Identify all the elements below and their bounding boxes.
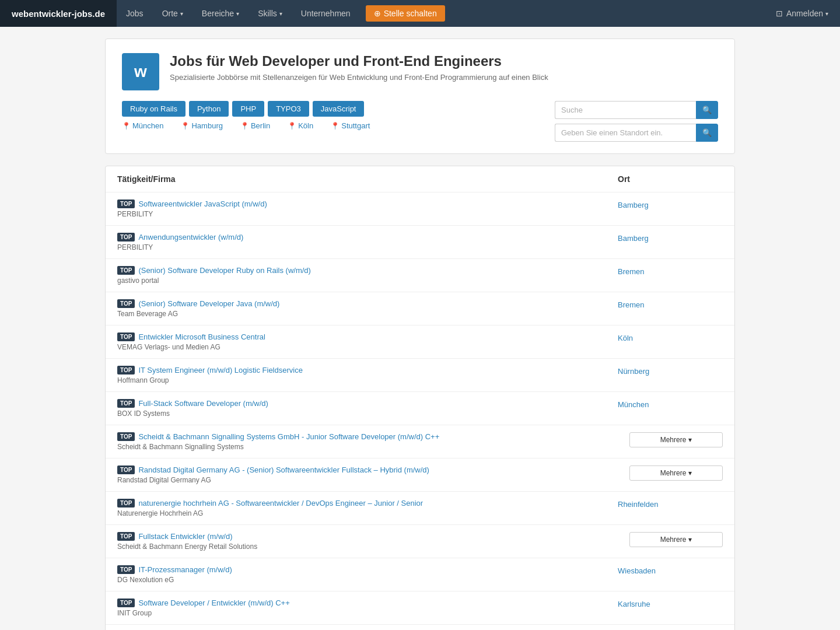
tech-filter-buttons: Ruby on RailsPythonPHPTYPO3JavaScript [122,101,543,117]
job-title-line-11: TOPIT-Prozessmanager (m/w/d) [117,565,618,574]
pin-icon-0: 📍 [122,122,131,130]
job-title-line-4: TOPEntwickler Microsoft Business Central [117,332,618,341]
mehrere-dropdown-icon: ▾ [688,536,692,544]
table-row: TOPScheidt & Bachmann Signalling Systems… [106,425,734,459]
navbar-item-jobs[interactable]: Jobs [117,0,153,27]
top-badge: TOP [117,432,135,441]
orte-dropdown-icon: ▾ [180,10,183,17]
filter-search-col: 🔍 🔍 [555,101,718,142]
col-header-location: Ort [618,174,723,184]
job-location-6: München [618,399,723,409]
navbar-item-unternehmen[interactable]: Unternehmen [292,0,360,27]
table-row: TOPnaturenergie hochrhein AG - Softwaree… [106,492,734,525]
city-label-2: Berlin [251,121,270,130]
job-location-5: Nürnberg [618,366,723,376]
job-title-link-4[interactable]: Entwickler Microsoft Business Central [138,332,265,341]
login-button[interactable]: ⊡ Anmelden ▾ [764,9,840,18]
job-title-line-7: TOPScheidt & Bachmann Signalling Systems… [117,432,629,441]
job-title-line-1: TOPAnwendungsentwickler (w/m/d) [117,233,618,242]
tech-filter-btn-3[interactable]: TYPO3 [268,101,309,117]
navbar-link-unternehmen[interactable]: Unternehmen [292,0,360,27]
job-title-link-0[interactable]: Softwareentwickler JavaScript (m/w/d) [138,200,267,208]
top-badge: TOP [117,598,135,607]
job-title-link-2[interactable]: (Senior) Software Developer Ruby on Rail… [138,266,311,275]
job-company-3: Team Beverage AG [117,310,618,318]
job-title-line-10: TOPFullstack Entwickler (m/w/d) [117,532,629,541]
job-content-8: TOPRandstad Digital Germany AG - (Senior… [117,466,629,484]
location-search-button[interactable]: 🔍 [696,124,718,142]
job-title-link-8[interactable]: Randstad Digital Germany AG - (Senior) S… [138,466,429,474]
mehrere-button-10[interactable]: Mehrere▾ [629,532,723,547]
job-location-2: Bremen [618,266,723,276]
city-link-3[interactable]: 📍Köln [288,121,313,130]
job-company-10: Scheidt & Bachmann Energy Retail Solutio… [117,542,629,551]
pin-icon-2: 📍 [240,122,249,130]
table-row: TOPKoordinator (m/w/d) IT-System- und An… [106,625,734,630]
tech-filter-btn-2[interactable]: PHP [232,101,264,117]
city-link-0[interactable]: 📍München [122,121,163,130]
navbar-link-orte[interactable]: Orte ▾ [153,0,192,27]
navbar-item-skills[interactable]: Skills ▾ [249,0,292,27]
col-header-title: Tätigkeit/Firma [117,174,618,184]
tech-filter-btn-4[interactable]: JavaScript [313,101,365,117]
location-search-input[interactable] [555,124,696,142]
jobs-header: Tätigkeit/Firma Ort [106,166,734,192]
hero-top: w Jobs für Web Developer und Front-End E… [122,53,718,90]
job-location-12: Karlsruhe [618,598,723,608]
job-title-link-12[interactable]: Software Developer / Entwickler (m/w/d) … [138,598,289,607]
top-badge: TOP [117,266,135,275]
job-company-8: Randstad Digital Germany AG [117,476,629,484]
navbar-link-jobs[interactable]: Jobs [117,0,153,27]
job-location-4: Köln [618,332,723,342]
table-row: TOPEntwickler Microsoft Business Central… [106,326,734,359]
job-location-0: Bamberg [618,200,723,209]
job-title-link-6[interactable]: Full-Stack Software Developer (m/w/d) [138,399,268,408]
navbar-item-bereiche[interactable]: Bereiche ▾ [192,0,249,27]
job-company-5: Hoffmann Group [117,376,618,384]
navbar-item-orte[interactable]: Orte ▾ [153,0,192,27]
mehrere-button-7[interactable]: Mehrere▾ [629,432,723,447]
job-content-6: TOPFull-Stack Software Developer (m/w/d)… [117,399,618,418]
city-label-4: Stuttgart [341,121,370,130]
pin-icon-1: 📍 [181,122,190,130]
job-title-link-11[interactable]: IT-Prozessmanager (m/w/d) [138,565,232,574]
top-badge: TOP [117,466,135,474]
job-title-link-3[interactable]: (Senior) Software Developer Java (m/w/d) [138,299,279,308]
top-badge: TOP [117,499,135,508]
job-content-5: TOPIT System Engineer (m/w/d) Logistic F… [117,366,618,384]
city-links: 📍München📍Hamburg📍Berlin📍Köln📍Stuttgart [122,121,543,130]
post-job-button[interactable]: ⊕ Stelle schalten [366,5,445,22]
job-company-6: BOX ID Systems [117,410,618,418]
job-content-1: TOPAnwendungsentwickler (w/m/d)PERBILITY [117,233,618,251]
mehrere-button-8[interactable]: Mehrere▾ [629,466,723,481]
table-row: TOPIT System Engineer (m/w/d) Logistic F… [106,359,734,392]
keyword-search-input[interactable] [555,101,696,119]
navbar-link-bereiche[interactable]: Bereiche ▾ [192,0,249,27]
table-row: TOP(Senior) Software Developer Ruby on R… [106,259,734,292]
job-company-9: Naturenergie Hochrhein AG [117,509,618,517]
job-title-link-5[interactable]: IT System Engineer (m/w/d) Logistic Fiel… [138,366,303,374]
job-location-3: Bremen [618,299,723,309]
job-company-11: DG Nexolution eG [117,576,618,584]
navbar-link-skills[interactable]: Skills ▾ [249,0,292,27]
keyword-search-group: 🔍 [555,101,718,119]
job-company-7: Scheidt & Bachmann Signalling Systems [117,443,629,451]
job-title-link-10[interactable]: Fullstack Entwickler (m/w/d) [138,532,232,541]
job-title-line-5: TOPIT System Engineer (m/w/d) Logistic F… [117,366,618,374]
navbar-item-post-job[interactable]: ⊕ Stelle schalten [366,0,445,27]
table-row: TOPSoftwareentwickler JavaScript (m/w/d)… [106,192,734,226]
job-title-link-9[interactable]: naturenergie hochrhein AG - Softwareentw… [138,499,423,508]
job-title-link-1[interactable]: Anwendungsentwickler (w/m/d) [138,233,243,242]
job-company-4: VEMAG Verlags- und Medien AG [117,343,618,351]
city-link-4[interactable]: 📍Stuttgart [331,121,370,130]
navbar-brand[interactable]: webentwickler-jobs.de [0,0,117,27]
job-title-link-7[interactable]: Scheidt & Bachmann Signalling Systems Gm… [138,432,439,441]
city-link-1[interactable]: 📍Hamburg [181,121,222,130]
job-title-line-9: TOPnaturenergie hochrhein AG - Softwaree… [117,499,618,508]
city-link-2[interactable]: 📍Berlin [240,121,270,130]
tech-filter-btn-1[interactable]: Python [189,101,229,117]
tech-filter-btn-0[interactable]: Ruby on Rails [122,101,186,117]
keyword-search-button[interactable]: 🔍 [696,101,718,119]
job-content-10: TOPFullstack Entwickler (m/w/d)Scheidt &… [117,532,629,551]
login-dropdown-icon: ▾ [825,10,828,17]
